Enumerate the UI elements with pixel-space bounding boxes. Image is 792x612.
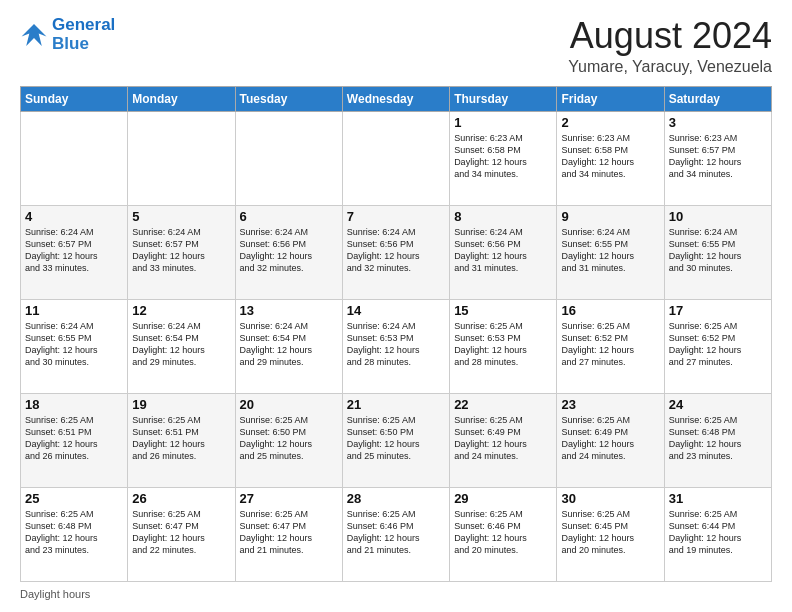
day-cell: 3Sunrise: 6:23 AM Sunset: 6:57 PM Daylig…	[664, 111, 771, 205]
day-info: Sunrise: 6:23 AM Sunset: 6:58 PM Dayligh…	[454, 132, 552, 181]
day-number: 8	[454, 209, 552, 224]
day-info: Sunrise: 6:23 AM Sunset: 6:57 PM Dayligh…	[669, 132, 767, 181]
header-row: Sunday Monday Tuesday Wednesday Thursday…	[21, 86, 772, 111]
col-thursday: Thursday	[450, 86, 557, 111]
day-cell: 9Sunrise: 6:24 AM Sunset: 6:55 PM Daylig…	[557, 205, 664, 299]
day-number: 1	[454, 115, 552, 130]
day-number: 21	[347, 397, 445, 412]
day-number: 22	[454, 397, 552, 412]
day-info: Sunrise: 6:25 AM Sunset: 6:48 PM Dayligh…	[25, 508, 123, 557]
day-info: Sunrise: 6:24 AM Sunset: 6:56 PM Dayligh…	[454, 226, 552, 275]
day-number: 9	[561, 209, 659, 224]
day-number: 3	[669, 115, 767, 130]
title-block: August 2024 Yumare, Yaracuy, Venezuela	[568, 16, 772, 76]
day-cell: 7Sunrise: 6:24 AM Sunset: 6:56 PM Daylig…	[342, 205, 449, 299]
day-info: Sunrise: 6:25 AM Sunset: 6:50 PM Dayligh…	[240, 414, 338, 463]
logo: General Blue	[20, 16, 115, 53]
day-info: Sunrise: 6:25 AM Sunset: 6:44 PM Dayligh…	[669, 508, 767, 557]
day-info: Sunrise: 6:24 AM Sunset: 6:54 PM Dayligh…	[240, 320, 338, 369]
day-number: 10	[669, 209, 767, 224]
page: General Blue August 2024 Yumare, Yaracuy…	[0, 0, 792, 612]
day-cell	[235, 111, 342, 205]
day-info: Sunrise: 6:24 AM Sunset: 6:53 PM Dayligh…	[347, 320, 445, 369]
day-number: 7	[347, 209, 445, 224]
day-cell: 6Sunrise: 6:24 AM Sunset: 6:56 PM Daylig…	[235, 205, 342, 299]
day-info: Sunrise: 6:24 AM Sunset: 6:55 PM Dayligh…	[669, 226, 767, 275]
footer: Daylight hours	[20, 588, 772, 600]
day-info: Sunrise: 6:25 AM Sunset: 6:49 PM Dayligh…	[561, 414, 659, 463]
day-info: Sunrise: 6:24 AM Sunset: 6:56 PM Dayligh…	[347, 226, 445, 275]
col-wednesday: Wednesday	[342, 86, 449, 111]
day-number: 12	[132, 303, 230, 318]
day-cell: 2Sunrise: 6:23 AM Sunset: 6:58 PM Daylig…	[557, 111, 664, 205]
header: General Blue August 2024 Yumare, Yaracuy…	[20, 16, 772, 76]
day-number: 16	[561, 303, 659, 318]
col-friday: Friday	[557, 86, 664, 111]
day-cell: 27Sunrise: 6:25 AM Sunset: 6:47 PM Dayli…	[235, 487, 342, 581]
week-row-2: 4Sunrise: 6:24 AM Sunset: 6:57 PM Daylig…	[21, 205, 772, 299]
day-info: Sunrise: 6:25 AM Sunset: 6:50 PM Dayligh…	[347, 414, 445, 463]
month-title: August 2024	[568, 16, 772, 56]
day-info: Sunrise: 6:24 AM Sunset: 6:54 PM Dayligh…	[132, 320, 230, 369]
week-row-5: 25Sunrise: 6:25 AM Sunset: 6:48 PM Dayli…	[21, 487, 772, 581]
day-cell: 12Sunrise: 6:24 AM Sunset: 6:54 PM Dayli…	[128, 299, 235, 393]
week-row-4: 18Sunrise: 6:25 AM Sunset: 6:51 PM Dayli…	[21, 393, 772, 487]
day-info: Sunrise: 6:25 AM Sunset: 6:47 PM Dayligh…	[240, 508, 338, 557]
day-cell: 20Sunrise: 6:25 AM Sunset: 6:50 PM Dayli…	[235, 393, 342, 487]
day-info: Sunrise: 6:25 AM Sunset: 6:52 PM Dayligh…	[561, 320, 659, 369]
day-cell: 30Sunrise: 6:25 AM Sunset: 6:45 PM Dayli…	[557, 487, 664, 581]
day-cell: 31Sunrise: 6:25 AM Sunset: 6:44 PM Dayli…	[664, 487, 771, 581]
day-info: Sunrise: 6:25 AM Sunset: 6:45 PM Dayligh…	[561, 508, 659, 557]
svg-marker-0	[22, 24, 47, 46]
day-number: 30	[561, 491, 659, 506]
day-cell	[342, 111, 449, 205]
day-cell: 11Sunrise: 6:24 AM Sunset: 6:55 PM Dayli…	[21, 299, 128, 393]
day-number: 13	[240, 303, 338, 318]
day-number: 29	[454, 491, 552, 506]
day-info: Sunrise: 6:25 AM Sunset: 6:47 PM Dayligh…	[132, 508, 230, 557]
day-info: Sunrise: 6:25 AM Sunset: 6:46 PM Dayligh…	[347, 508, 445, 557]
day-info: Sunrise: 6:24 AM Sunset: 6:57 PM Dayligh…	[25, 226, 123, 275]
day-cell: 17Sunrise: 6:25 AM Sunset: 6:52 PM Dayli…	[664, 299, 771, 393]
day-cell: 23Sunrise: 6:25 AM Sunset: 6:49 PM Dayli…	[557, 393, 664, 487]
logo-icon	[20, 21, 48, 49]
day-cell: 28Sunrise: 6:25 AM Sunset: 6:46 PM Dayli…	[342, 487, 449, 581]
day-cell: 21Sunrise: 6:25 AM Sunset: 6:50 PM Dayli…	[342, 393, 449, 487]
day-info: Sunrise: 6:25 AM Sunset: 6:51 PM Dayligh…	[132, 414, 230, 463]
day-info: Sunrise: 6:24 AM Sunset: 6:55 PM Dayligh…	[25, 320, 123, 369]
day-cell: 29Sunrise: 6:25 AM Sunset: 6:46 PM Dayli…	[450, 487, 557, 581]
day-cell: 14Sunrise: 6:24 AM Sunset: 6:53 PM Dayli…	[342, 299, 449, 393]
day-cell: 5Sunrise: 6:24 AM Sunset: 6:57 PM Daylig…	[128, 205, 235, 299]
day-info: Sunrise: 6:25 AM Sunset: 6:51 PM Dayligh…	[25, 414, 123, 463]
day-cell: 10Sunrise: 6:24 AM Sunset: 6:55 PM Dayli…	[664, 205, 771, 299]
day-number: 19	[132, 397, 230, 412]
day-number: 27	[240, 491, 338, 506]
day-number: 24	[669, 397, 767, 412]
day-number: 11	[25, 303, 123, 318]
day-info: Sunrise: 6:25 AM Sunset: 6:52 PM Dayligh…	[669, 320, 767, 369]
day-info: Sunrise: 6:23 AM Sunset: 6:58 PM Dayligh…	[561, 132, 659, 181]
day-cell: 18Sunrise: 6:25 AM Sunset: 6:51 PM Dayli…	[21, 393, 128, 487]
day-number: 6	[240, 209, 338, 224]
day-number: 31	[669, 491, 767, 506]
day-info: Sunrise: 6:25 AM Sunset: 6:53 PM Dayligh…	[454, 320, 552, 369]
day-cell: 16Sunrise: 6:25 AM Sunset: 6:52 PM Dayli…	[557, 299, 664, 393]
day-info: Sunrise: 6:24 AM Sunset: 6:55 PM Dayligh…	[561, 226, 659, 275]
calendar-header: Sunday Monday Tuesday Wednesday Thursday…	[21, 86, 772, 111]
day-number: 28	[347, 491, 445, 506]
day-number: 2	[561, 115, 659, 130]
day-cell: 8Sunrise: 6:24 AM Sunset: 6:56 PM Daylig…	[450, 205, 557, 299]
day-cell: 25Sunrise: 6:25 AM Sunset: 6:48 PM Dayli…	[21, 487, 128, 581]
col-sunday: Sunday	[21, 86, 128, 111]
week-row-3: 11Sunrise: 6:24 AM Sunset: 6:55 PM Dayli…	[21, 299, 772, 393]
day-number: 15	[454, 303, 552, 318]
calendar-body: 1Sunrise: 6:23 AM Sunset: 6:58 PM Daylig…	[21, 111, 772, 581]
day-cell: 1Sunrise: 6:23 AM Sunset: 6:58 PM Daylig…	[450, 111, 557, 205]
day-number: 25	[25, 491, 123, 506]
day-info: Sunrise: 6:24 AM Sunset: 6:57 PM Dayligh…	[132, 226, 230, 275]
day-number: 20	[240, 397, 338, 412]
day-cell: 19Sunrise: 6:25 AM Sunset: 6:51 PM Dayli…	[128, 393, 235, 487]
day-cell	[128, 111, 235, 205]
day-number: 23	[561, 397, 659, 412]
col-saturday: Saturday	[664, 86, 771, 111]
